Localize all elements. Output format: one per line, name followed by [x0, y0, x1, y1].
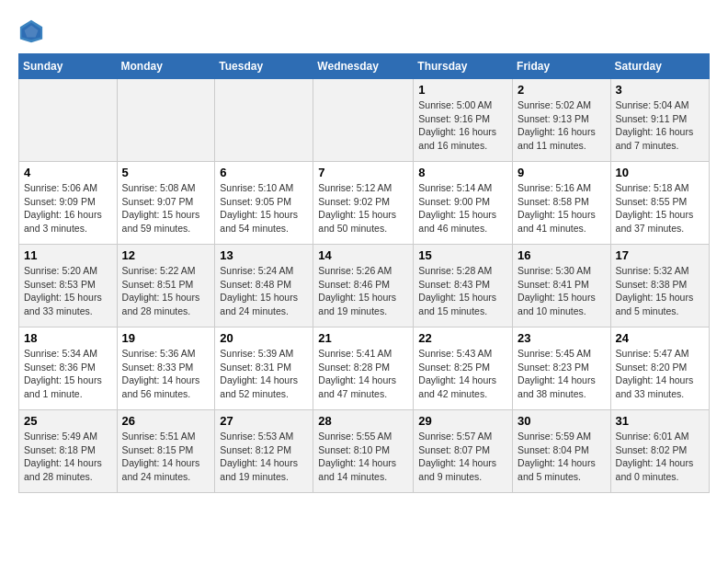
day-number: 5: [122, 166, 210, 179]
day-info: Sunrise: 5:00 AMSunset: 9:16 PMDaylight:…: [418, 98, 507, 153]
calendar-cell: 13Sunrise: 5:24 AMSunset: 8:48 PMDayligh…: [215, 245, 313, 327]
week-row-5: 25Sunrise: 5:49 AMSunset: 8:18 PMDayligh…: [19, 410, 710, 493]
day-number: 30: [518, 414, 606, 428]
day-info: Sunrise: 5:47 AMSunset: 8:20 PMDaylight:…: [616, 347, 704, 401]
calendar-cell: 1Sunrise: 5:00 AMSunset: 9:16 PMDaylight…: [414, 79, 513, 162]
day-number: 13: [220, 248, 308, 262]
day-info: Sunrise: 5:34 AMSunset: 8:36 PMDaylight:…: [24, 347, 112, 401]
day-info: Sunrise: 5:08 AMSunset: 9:07 PMDaylight:…: [122, 181, 210, 236]
day-info: Sunrise: 5:32 AMSunset: 8:38 PMDaylight:…: [616, 264, 704, 318]
day-number: 23: [518, 331, 606, 345]
calendar-cell: 8Sunrise: 5:14 AMSunset: 9:00 PMDaylight…: [414, 162, 513, 245]
day-info: Sunrise: 5:39 AMSunset: 8:31 PMDaylight:…: [220, 347, 308, 401]
day-info: Sunrise: 5:51 AMSunset: 8:15 PMDaylight:…: [122, 430, 210, 484]
day-info: Sunrise: 6:01 AMSunset: 8:02 PMDaylight:…: [616, 430, 704, 484]
weekday-header-tuesday: Tuesday: [215, 54, 313, 79]
weekday-header-wednesday: Wednesday: [313, 54, 414, 79]
calendar-table: SundayMondayTuesdayWednesdayThursdayFrid…: [18, 53, 710, 493]
day-info: Sunrise: 5:16 AMSunset: 8:58 PMDaylight:…: [518, 181, 606, 236]
weekday-header-row: SundayMondayTuesdayWednesdayThursdayFrid…: [19, 54, 710, 79]
day-number: 24: [616, 331, 704, 345]
weekday-header-sunday: Sunday: [19, 54, 118, 79]
day-info: Sunrise: 5:59 AMSunset: 8:04 PMDaylight:…: [518, 430, 606, 484]
calendar-cell: 20Sunrise: 5:39 AMSunset: 8:31 PMDayligh…: [215, 327, 313, 410]
calendar-cell: 25Sunrise: 5:49 AMSunset: 8:18 PMDayligh…: [19, 410, 118, 493]
calendar-cell: 6Sunrise: 5:10 AMSunset: 9:05 PMDaylight…: [215, 162, 313, 245]
week-row-3: 11Sunrise: 5:20 AMSunset: 8:53 PMDayligh…: [19, 245, 710, 327]
day-number: 25: [24, 414, 112, 428]
day-number: 16: [518, 248, 606, 262]
calendar-cell: 10Sunrise: 5:18 AMSunset: 8:55 PMDayligh…: [610, 162, 709, 245]
day-info: Sunrise: 5:14 AMSunset: 9:00 PMDaylight:…: [418, 181, 507, 236]
day-info: Sunrise: 5:30 AMSunset: 8:41 PMDaylight:…: [518, 264, 606, 318]
day-info: Sunrise: 5:02 AMSunset: 9:13 PMDaylight:…: [518, 98, 606, 153]
day-info: Sunrise: 5:45 AMSunset: 8:23 PMDaylight:…: [518, 347, 606, 401]
day-number: 20: [220, 331, 308, 345]
day-number: 3: [616, 83, 704, 97]
calendar-cell: 11Sunrise: 5:20 AMSunset: 8:53 PMDayligh…: [19, 245, 118, 327]
calendar-cell: 17Sunrise: 5:32 AMSunset: 8:38 PMDayligh…: [610, 245, 709, 327]
day-number: 10: [616, 166, 704, 179]
weekday-header-thursday: Thursday: [414, 54, 513, 79]
calendar-cell: 30Sunrise: 5:59 AMSunset: 8:04 PMDayligh…: [513, 410, 611, 493]
calendar-cell: 2Sunrise: 5:02 AMSunset: 9:13 PMDaylight…: [513, 79, 611, 162]
day-number: 6: [220, 166, 308, 179]
calendar-cell: 15Sunrise: 5:28 AMSunset: 8:43 PMDayligh…: [414, 245, 513, 327]
day-info: Sunrise: 5:41 AMSunset: 8:28 PMDaylight:…: [318, 347, 408, 401]
day-number: 11: [24, 248, 112, 262]
week-row-4: 18Sunrise: 5:34 AMSunset: 8:36 PMDayligh…: [19, 327, 710, 410]
day-number: 19: [122, 331, 210, 345]
calendar-cell: 26Sunrise: 5:51 AMSunset: 8:15 PMDayligh…: [117, 410, 215, 493]
day-number: 9: [518, 166, 606, 179]
day-number: 28: [318, 414, 408, 428]
day-info: Sunrise: 5:28 AMSunset: 8:43 PMDaylight:…: [418, 264, 507, 318]
day-info: Sunrise: 5:10 AMSunset: 9:05 PMDaylight:…: [220, 181, 308, 236]
day-info: Sunrise: 5:26 AMSunset: 8:46 PMDaylight:…: [318, 264, 408, 318]
weekday-header-saturday: Saturday: [610, 54, 709, 79]
calendar-cell: 4Sunrise: 5:06 AMSunset: 9:09 PMDaylight…: [19, 162, 118, 245]
day-info: Sunrise: 5:18 AMSunset: 8:55 PMDaylight:…: [616, 181, 704, 236]
day-number: 17: [616, 248, 704, 262]
calendar-cell: 3Sunrise: 5:04 AMSunset: 9:11 PMDaylight…: [610, 79, 709, 162]
page-header: [18, 18, 710, 44]
day-info: Sunrise: 5:04 AMSunset: 9:11 PMDaylight:…: [616, 98, 704, 153]
calendar-cell: 9Sunrise: 5:16 AMSunset: 8:58 PMDaylight…: [513, 162, 611, 245]
day-info: Sunrise: 5:43 AMSunset: 8:25 PMDaylight:…: [418, 347, 507, 401]
day-number: 7: [318, 166, 408, 179]
day-info: Sunrise: 5:22 AMSunset: 8:51 PMDaylight:…: [122, 264, 210, 318]
week-row-2: 4Sunrise: 5:06 AMSunset: 9:09 PMDaylight…: [19, 162, 710, 245]
calendar-cell: [117, 79, 215, 162]
day-number: 4: [24, 166, 112, 179]
day-number: 21: [318, 331, 408, 345]
calendar-cell: 27Sunrise: 5:53 AMSunset: 8:12 PMDayligh…: [215, 410, 313, 493]
day-number: 29: [418, 414, 507, 428]
day-number: 12: [122, 248, 210, 262]
calendar-cell: 5Sunrise: 5:08 AMSunset: 9:07 PMDaylight…: [117, 162, 215, 245]
calendar-cell: 29Sunrise: 5:57 AMSunset: 8:07 PMDayligh…: [414, 410, 513, 493]
day-info: Sunrise: 5:55 AMSunset: 8:10 PMDaylight:…: [318, 430, 408, 484]
day-info: Sunrise: 5:53 AMSunset: 8:12 PMDaylight:…: [220, 430, 308, 484]
day-number: 2: [518, 83, 606, 97]
calendar-cell: [215, 79, 313, 162]
calendar-cell: 14Sunrise: 5:26 AMSunset: 8:46 PMDayligh…: [313, 245, 414, 327]
logo-icon: [18, 18, 44, 44]
calendar-cell: 24Sunrise: 5:47 AMSunset: 8:20 PMDayligh…: [610, 327, 709, 410]
calendar-cell: 28Sunrise: 5:55 AMSunset: 8:10 PMDayligh…: [313, 410, 414, 493]
day-info: Sunrise: 5:20 AMSunset: 8:53 PMDaylight:…: [24, 264, 112, 318]
day-number: 22: [418, 331, 507, 345]
day-info: Sunrise: 5:49 AMSunset: 8:18 PMDaylight:…: [24, 430, 112, 484]
calendar-cell: 21Sunrise: 5:41 AMSunset: 8:28 PMDayligh…: [313, 327, 414, 410]
weekday-header-monday: Monday: [117, 54, 215, 79]
day-number: 14: [318, 248, 408, 262]
logo: [18, 18, 48, 44]
calendar-cell: [19, 79, 118, 162]
day-number: 8: [418, 166, 507, 179]
week-row-1: 1Sunrise: 5:00 AMSunset: 9:16 PMDaylight…: [19, 79, 710, 162]
day-info: Sunrise: 5:24 AMSunset: 8:48 PMDaylight:…: [220, 264, 308, 318]
day-info: Sunrise: 5:06 AMSunset: 9:09 PMDaylight:…: [24, 181, 112, 236]
calendar-cell: [313, 79, 414, 162]
day-number: 18: [24, 331, 112, 345]
calendar-cell: 19Sunrise: 5:36 AMSunset: 8:33 PMDayligh…: [117, 327, 215, 410]
day-info: Sunrise: 5:57 AMSunset: 8:07 PMDaylight:…: [418, 430, 507, 484]
weekday-header-friday: Friday: [513, 54, 611, 79]
